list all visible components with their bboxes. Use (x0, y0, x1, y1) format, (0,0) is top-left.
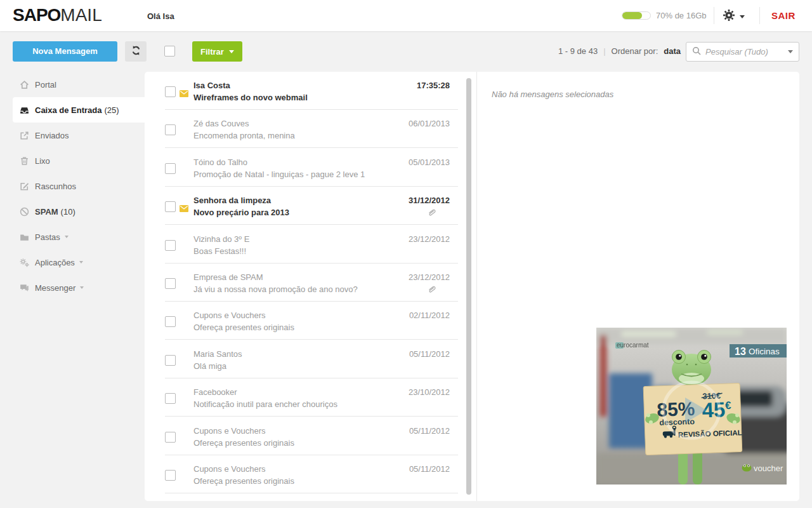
message-subject: Notificação inutil para encher chouriços (193, 399, 337, 409)
attachment-icon (426, 284, 437, 297)
drafts-icon (19, 181, 30, 192)
message-checkbox[interactable] (165, 124, 176, 135)
message-row[interactable]: Senhora da limpezaNovo preçário para 201… (145, 187, 476, 225)
message-checkbox[interactable] (165, 470, 176, 481)
folder-icon (19, 232, 30, 243)
app-logo: SAPOMAIL (13, 5, 102, 25)
message-sender: Empresa de SPAM (193, 272, 263, 282)
sidebar-item-label: Messenger (35, 283, 75, 293)
storage-meter (622, 11, 651, 20)
chevron-down-icon (79, 261, 83, 264)
storage-meter-fill (622, 12, 642, 19)
sidebar-item-caixa-de-entrada[interactable]: Caixa de Entrada(25) (13, 97, 145, 123)
apps-icon (19, 257, 30, 268)
main-toolbar: Nova Mensagem Filtrar 1 - 9 de 43 | Orde… (0, 31, 812, 72)
row-divider (165, 493, 458, 493)
message-subject: Novo preçário para 2013 (193, 208, 289, 217)
message-row[interactable]: FacebookerNotificação inutil para encher… (145, 378, 476, 417)
message-checkbox[interactable] (165, 201, 176, 212)
sidebar-item-lixo[interactable]: Lixo (0, 148, 145, 173)
storage-usage-text: 70% de 16Gb (656, 11, 707, 20)
scrollbar-thumb[interactable] (466, 78, 471, 495)
header-divider (759, 7, 760, 24)
message-checkbox[interactable] (165, 278, 176, 289)
folder-sidebar: PortalCaixa de Entrada(25)EnviadosLixoRa… (0, 72, 145, 300)
sidebar-item-label: Enviados (35, 131, 69, 140)
filter-button[interactable]: Filtrar (192, 41, 242, 62)
unread-envelope-icon (180, 203, 188, 215)
logout-link[interactable]: SAIR (771, 10, 796, 21)
message-row[interactable]: Zé das CouvesEncomenda pronta, menina06/… (145, 110, 476, 148)
message-row[interactable]: Cupons e VouchersOfereça presentes origi… (145, 417, 476, 455)
message-date: 05/11/2012 (409, 349, 450, 359)
message-date: 23/12/2012 (409, 234, 450, 244)
chevron-down-icon (229, 50, 234, 53)
sidebar-item-portal[interactable]: Portal (0, 72, 145, 97)
settings-menu-button[interactable] (722, 8, 745, 25)
message-date: 05/01/2013 (409, 157, 450, 167)
list-controls: 1 - 9 de 43 | Ordenar por: data (558, 46, 691, 56)
message-checkbox[interactable] (165, 86, 176, 97)
message-date: 06/01/2013 (409, 119, 450, 128)
message-row[interactable]: Tóino do TalhoPromoção de Natal - lingui… (145, 149, 476, 187)
logo-mail: MAIL (60, 5, 102, 25)
sidebar-item-label: Portal (35, 80, 56, 90)
inbox-icon (19, 105, 30, 116)
message-sender: Cupons e Vouchers (193, 311, 265, 320)
message-subject: Promoção de Natal - linguiças - pague 2 … (193, 170, 365, 179)
reading-pane: Não há mensagens selecionadas (477, 72, 799, 501)
list-scrollbar[interactable] (466, 77, 471, 496)
sidebar-item-label: Caixa de Entrada (35, 105, 102, 115)
message-checkbox[interactable] (165, 393, 176, 404)
message-date: 02/11/2012 (409, 311, 450, 320)
message-checkbox[interactable] (165, 240, 176, 251)
message-checkbox[interactable] (165, 316, 176, 327)
sidebar-item-pastas[interactable]: Pastas (0, 224, 145, 250)
ad-brand-name: voucher (754, 464, 783, 473)
select-all-checkbox[interactable] (164, 46, 175, 57)
ad-offices-badge: 13 Oficinas (730, 344, 787, 358)
attachment-icon (426, 207, 437, 220)
sidebar-item-label: Rascunhos (35, 182, 76, 191)
message-subject: Ofereça presentes originais (193, 476, 294, 486)
sidebar-item-rascunhos[interactable]: Rascunhos (0, 173, 145, 199)
sidebar-item-spam[interactable]: SPAM(10) (0, 199, 145, 224)
message-row[interactable]: Cupons e VouchersOfereça presentes origi… (145, 302, 476, 340)
compose-button[interactable]: Nova Mensagem (13, 41, 117, 62)
message-date: 23/12/2012 (409, 272, 450, 282)
unread-envelope-icon (180, 88, 188, 100)
message-date: 05/11/2012 (409, 464, 450, 474)
gear-icon (722, 8, 736, 25)
refresh-button[interactable] (125, 41, 147, 62)
search-icon (692, 46, 701, 58)
message-checkbox[interactable] (165, 432, 176, 443)
message-sender: Isa Costa (193, 81, 230, 90)
sidebar-item-aplicac-o-es[interactable]: Aplicações (0, 250, 145, 275)
message-row[interactable]: Maria SantosOlá miga05/11/2012 (145, 340, 476, 378)
message-row[interactable]: Empresa de SPAMJá viu a nossa nova promo… (145, 264, 476, 302)
search-box (686, 42, 799, 62)
filter-button-label: Filtrar (200, 47, 224, 57)
message-sender: Cupons e Vouchers (193, 464, 265, 474)
message-subject: Ofereça presentes originais (193, 438, 294, 448)
sidebar-item-enviados[interactable]: Enviados (0, 123, 145, 148)
message-checkbox[interactable] (165, 163, 176, 174)
controls-divider: | (603, 46, 605, 56)
sidebar-item-messenger[interactable]: Messenger (0, 275, 145, 300)
chevron-down-icon (65, 236, 69, 238)
message-row[interactable]: Isa CostaWireframes do novo webmail17:35… (145, 72, 476, 110)
search-input[interactable] (705, 47, 783, 57)
top-header: SAPOMAIL Olá Isa 70% de 16Gb SAIR (0, 0, 812, 31)
message-list: Isa CostaWireframes do novo webmail17:35… (145, 72, 476, 501)
message-row[interactable]: Vizinha do 3º EBoas Festas!!!23/12/2012 (145, 225, 476, 264)
advertisement-banner[interactable]: 85% desconto 310€ 45€ REVISÃO OFICIAL (596, 328, 787, 485)
message-sender: Tóino do Talho (193, 157, 247, 167)
message-subject: Ofereça presentes originais (193, 323, 294, 332)
message-row[interactable]: Cupons e VouchersOfereça presentes origi… (145, 455, 476, 493)
ad-advertiser-logo: eurocarmat (617, 342, 649, 349)
message-subject: Já viu a nossa nova promoção de ano novo… (193, 284, 358, 294)
chevron-down-icon[interactable] (788, 50, 793, 53)
message-checkbox[interactable] (165, 355, 176, 366)
sort-value[interactable]: data (664, 46, 681, 56)
pagination-range: 1 - 9 de 43 (558, 46, 598, 56)
